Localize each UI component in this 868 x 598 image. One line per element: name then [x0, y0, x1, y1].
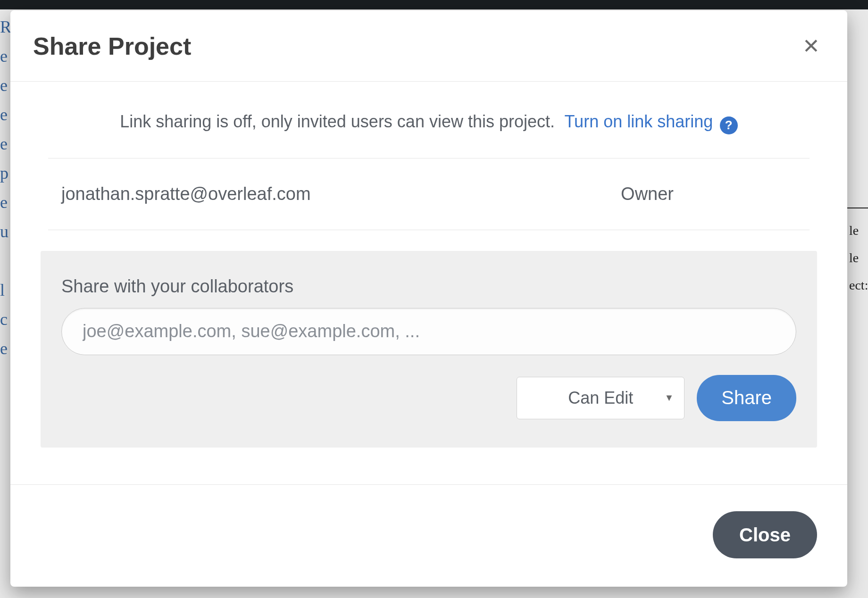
collaborator-email-input[interactable] — [61, 308, 796, 355]
modal-title: Share Project — [33, 32, 191, 60]
link-sharing-row: Link sharing is off, only invited users … — [48, 82, 810, 158]
share-panel: Share with your collaborators Can Edit ▼… — [41, 251, 817, 448]
member-email: jonathan.spratte@overleaf.com — [61, 184, 311, 204]
permission-selected-label: Can Edit — [568, 388, 633, 408]
modal-header: Share Project ✕ — [10, 10, 847, 82]
share-project-modal: Share Project ✕ Link sharing is off, onl… — [10, 10, 847, 587]
member-role: Owner — [621, 184, 796, 204]
share-button[interactable]: Share — [697, 375, 796, 421]
permission-select[interactable]: Can Edit ▼ — [517, 377, 684, 419]
turn-on-link-sharing-link[interactable]: Turn on link sharing — [564, 112, 713, 131]
modal-body: Link sharing is off, only invited users … — [10, 82, 847, 484]
close-icon[interactable]: ✕ — [798, 34, 825, 58]
member-row: jonathan.spratte@overleaf.com Owner — [48, 158, 810, 230]
link-sharing-message: Link sharing is off, only invited users … — [120, 112, 555, 131]
modal-footer: Close — [10, 484, 847, 587]
share-panel-label: Share with your collaborators — [61, 276, 796, 297]
share-controls: Can Edit ▼ Share — [61, 375, 796, 421]
chevron-down-icon: ▼ — [664, 392, 674, 403]
close-button[interactable]: Close — [713, 511, 817, 558]
help-icon[interactable]: ? — [720, 116, 738, 134]
